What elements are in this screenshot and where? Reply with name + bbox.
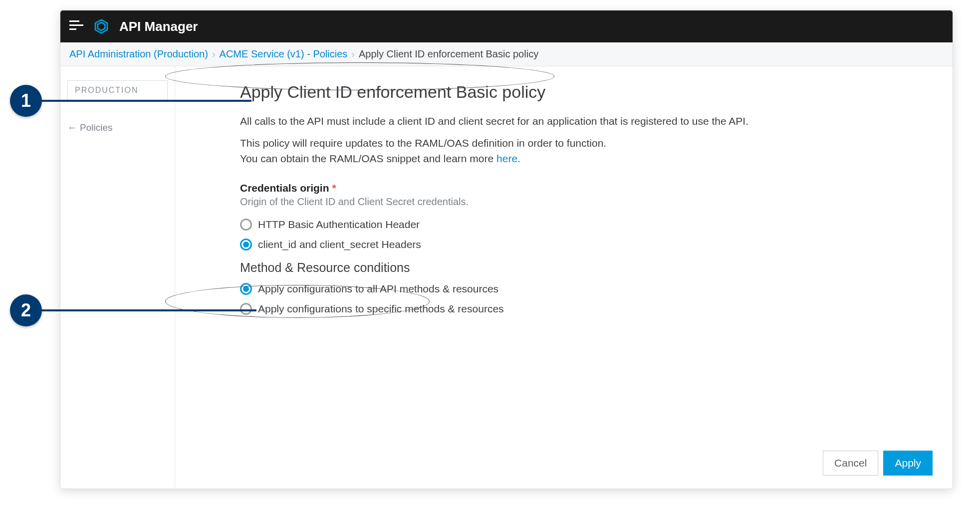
- back-to-policies-link[interactable]: ← Policies: [67, 122, 168, 133]
- radio-apply-all-methods[interactable]: Apply configurations to all API methods …: [240, 283, 933, 295]
- radio-client-id-secret-headers[interactable]: client_id and client_secret Headers: [240, 239, 933, 251]
- apply-button[interactable]: Apply: [883, 451, 933, 476]
- radio-http-basic-auth[interactable]: HTTP Basic Authentication Header: [240, 219, 933, 231]
- annotation-number: 2: [21, 300, 31, 321]
- breadcrumb-link-service[interactable]: ACME Service (v1) - Policies: [220, 48, 348, 60]
- breadcrumb: API Administration (Production) › ACME S…: [60, 42, 953, 66]
- cancel-button[interactable]: Cancel: [823, 451, 878, 476]
- back-label: Policies: [80, 122, 112, 133]
- breadcrumb-separator: ›: [212, 48, 216, 60]
- main-panel: Apply Client ID enforcement Basic policy…: [175, 66, 953, 488]
- learn-more-link[interactable]: here: [496, 153, 517, 164]
- desc-line-a: This policy will require updates to the …: [240, 137, 606, 149]
- policy-description-1: All calls to the API must include a clie…: [240, 114, 933, 129]
- credentials-origin-text: Credentials origin: [240, 182, 329, 194]
- annotation-number: 1: [21, 90, 31, 111]
- method-resource-heading: Method & Resource conditions: [240, 260, 933, 275]
- required-asterisk: *: [332, 182, 336, 194]
- credentials-origin-label: Credentials origin *: [240, 182, 933, 194]
- radio-icon: [240, 219, 252, 231]
- page-title: Apply Client ID enforcement Basic policy: [240, 82, 545, 102]
- breadcrumb-separator: ›: [351, 48, 355, 60]
- footer-actions: Cancel Apply: [823, 451, 933, 476]
- annotation-callout-1: 1: [10, 85, 42, 117]
- menu-icon[interactable]: [69, 20, 83, 32]
- breadcrumb-current: Apply Client ID enforcement Basic policy: [359, 48, 538, 60]
- radio-label: client_id and client_secret Headers: [258, 239, 421, 251]
- content-area: PRODUCTION ← Policies Apply Client ID en…: [60, 66, 953, 488]
- app-window: API Manager API Administration (Producti…: [60, 10, 953, 489]
- sidebar: PRODUCTION ← Policies: [60, 66, 175, 488]
- mulesoft-logo-icon: [93, 18, 109, 34]
- radio-icon-selected: [240, 283, 252, 295]
- desc-line-b: You can obtain the RAML/OAS snippet and …: [240, 153, 496, 164]
- breadcrumb-link-admin[interactable]: API Administration (Production): [69, 48, 208, 60]
- top-bar: API Manager: [60, 10, 953, 42]
- annotation-line-1: [42, 100, 251, 102]
- radio-label: Apply configurations to specific methods…: [258, 303, 504, 315]
- credentials-origin-hint: Origin of the Client ID and Client Secre…: [240, 196, 933, 208]
- app-title: API Manager: [119, 19, 198, 34]
- radio-icon-selected: [240, 239, 252, 251]
- annotation-callout-2: 2: [10, 294, 42, 326]
- radio-label: HTTP Basic Authentication Header: [258, 219, 420, 231]
- arrow-left-icon: ←: [67, 122, 77, 133]
- svg-marker-1: [98, 22, 105, 30]
- radio-label: Apply configurations to all API methods …: [258, 283, 498, 295]
- environment-badge[interactable]: PRODUCTION: [67, 80, 168, 100]
- radio-apply-specific-methods[interactable]: Apply configurations to specific methods…: [240, 303, 933, 315]
- policy-description-2: This policy will require updates to the …: [240, 136, 933, 166]
- annotation-line-2: [42, 309, 256, 311]
